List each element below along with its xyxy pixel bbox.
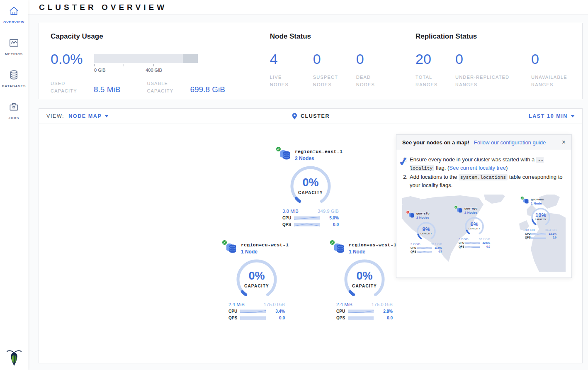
configuration-guide-link[interactable]: Follow our configuration guide bbox=[474, 139, 546, 146]
popup-instructions: ✓ 1. Ensure every node in your cluster w… bbox=[396, 150, 571, 191]
unavailable-ranges-stat: 0 UNAVAILABLE RANGES bbox=[531, 51, 571, 89]
live-nodes-value: 4 bbox=[270, 51, 313, 67]
app-window: OVERVIEW METRICS DATABASES bbox=[0, 0, 588, 370]
close-icon[interactable]: × bbox=[562, 139, 566, 146]
axis-tick-label: 0 GiB bbox=[94, 68, 106, 73]
capacity-percent: 0% bbox=[343, 270, 386, 282]
capacity-gauge: 10% CAPACITY bbox=[530, 207, 552, 228]
qps-label: QPS bbox=[459, 245, 465, 248]
time-range-dropdown[interactable]: LAST 10 MIN bbox=[529, 113, 575, 119]
breadcrumb-cluster[interactable]: CLUSTER bbox=[292, 112, 330, 120]
region-node-count: 1 Node bbox=[241, 249, 289, 255]
cpu-sparkline bbox=[294, 216, 320, 220]
region-card-eu-west-1[interactable]: ✓ region=eu-west-1 1 Node bbox=[221, 242, 292, 320]
live-nodes-label: LIVE NODES bbox=[270, 74, 299, 88]
region-card-us-east-1[interactable]: ✓ region=us-east-1 2 Nodes bbox=[275, 149, 346, 227]
used-capacity-value: 8.5 MiB bbox=[94, 85, 120, 95]
breadcrumb-label: CLUSTER bbox=[301, 113, 330, 119]
node-group-icon: ✓ bbox=[225, 242, 237, 255]
qps-sparkline bbox=[417, 251, 432, 253]
map-pin-icon bbox=[292, 112, 298, 120]
suspect-nodes-stat: 0 SUSPECT NODES bbox=[313, 51, 356, 89]
view-selector-value: NODE MAP bbox=[68, 113, 102, 119]
step-number: 2. bbox=[403, 173, 410, 189]
chevron-down-icon bbox=[571, 115, 575, 117]
capacity-percent: 10% bbox=[530, 212, 552, 218]
node-group-icon: ! bbox=[408, 212, 415, 219]
region-name: geo=nyc bbox=[464, 207, 478, 210]
capacity-bar-track bbox=[94, 54, 198, 63]
healthy-status-icon: ✓ bbox=[275, 146, 282, 152]
capacity-percent: 6% bbox=[464, 221, 485, 227]
suspect-nodes-value: 0 bbox=[313, 51, 356, 67]
total-ranges-stat: 20 TOTAL RANGES bbox=[415, 51, 455, 89]
title-bar: CLUSTER OVERVIEW bbox=[28, 0, 588, 15]
sidebar-item-databases[interactable]: DATABASES bbox=[2, 70, 26, 88]
region-used: 3.2 GiB bbox=[411, 243, 420, 246]
sidebar: OVERVIEW METRICS DATABASES bbox=[0, 0, 28, 370]
qps-label: QPS bbox=[411, 250, 417, 253]
setup-step-2: 2. Add locations to the system.locations… bbox=[403, 173, 565, 189]
qps-value: 0.0 bbox=[387, 316, 393, 320]
replication-status-section: Replication Status 20 TOTAL RANGES 0 UND… bbox=[415, 32, 571, 90]
healthy-status-icon: ✓ bbox=[329, 239, 335, 246]
capacity-percent: 0% bbox=[235, 270, 278, 282]
region-total: 34.4 GiB bbox=[545, 229, 556, 231]
capacity-caption: CAPACITY bbox=[289, 190, 332, 195]
cpu-value: 12.3% bbox=[549, 232, 556, 235]
view-selector-dropdown[interactable]: NODE MAP bbox=[68, 113, 109, 119]
sidebar-item-jobs[interactable]: JOBS bbox=[9, 102, 19, 120]
sidebar-item-metrics[interactable]: METRICS bbox=[5, 38, 23, 56]
region-used: 3.8 MiB bbox=[282, 209, 299, 214]
sidebar-item-overview[interactable]: OVERVIEW bbox=[3, 6, 24, 24]
usable-capacity-label: USABLE CAPACITY bbox=[147, 80, 181, 95]
home-icon bbox=[9, 6, 19, 18]
popup-header: See your nodes on a map! Follow our conf… bbox=[396, 135, 571, 150]
region-total: 35.1 GiB bbox=[431, 243, 442, 246]
qps-sparkline bbox=[240, 316, 266, 320]
usable-capacity-stat: USABLE CAPACITY 699.8 GiB bbox=[147, 80, 225, 95]
cpu-sparkline bbox=[240, 309, 266, 314]
cpu-label: CPU bbox=[525, 232, 531, 235]
region-node-count: 1 Node bbox=[531, 202, 544, 205]
step-number: 1. bbox=[403, 156, 410, 172]
databases-icon bbox=[9, 70, 19, 82]
page-title: CLUSTER OVERVIEW bbox=[39, 3, 167, 12]
region-total: 349.9 GiB bbox=[318, 209, 339, 214]
capacity-used-percent: 0.0% bbox=[51, 51, 94, 73]
region-used: 2.4 MiB bbox=[228, 302, 245, 307]
cpu-label: CPU bbox=[411, 246, 417, 249]
region-name: region=eu-west-1 bbox=[241, 242, 289, 248]
dead-nodes-label: DEAD NODES bbox=[356, 74, 385, 88]
region-node-count: 2 Nodes bbox=[416, 216, 430, 219]
sample-region-card-nyc: ✓ geo=nyc 2 Nodes bbox=[456, 207, 493, 248]
briefcase-icon bbox=[9, 102, 19, 114]
node-map-setup-popup: See your nodes on a map! Follow our conf… bbox=[396, 134, 572, 278]
capacity-caption: CAPACITY bbox=[530, 219, 552, 221]
region-node-count: 2 Nodes bbox=[295, 156, 343, 161]
replication-status-title: Replication Status bbox=[415, 32, 571, 41]
node-group-icon: ✓ bbox=[279, 149, 291, 161]
live-nodes-stat: 4 LIVE NODES bbox=[270, 51, 313, 89]
node-group-icon: ✓ bbox=[522, 198, 529, 205]
qps-sparkline bbox=[465, 246, 480, 248]
cpu-sparkline bbox=[465, 242, 480, 244]
region-name: geo=sfo bbox=[416, 212, 430, 215]
region-node-count: 2 Nodes bbox=[464, 211, 478, 214]
node-status-section: Node Status 4 LIVE NODES 0 SUSPECT NODES… bbox=[270, 32, 415, 90]
total-ranges-value: 20 bbox=[415, 51, 455, 67]
qps-label: QPS bbox=[282, 222, 294, 227]
metrics-icon bbox=[9, 38, 19, 50]
node-status-title: Node Status bbox=[270, 32, 415, 41]
cpu-label: CPU bbox=[459, 241, 465, 244]
region-total: 175.0 GiB bbox=[264, 302, 285, 307]
locality-tree-link[interactable]: See current locality tree bbox=[449, 165, 506, 171]
usable-capacity-value: 699.8 GiB bbox=[190, 85, 225, 95]
capacity-gauge: 0% CAPACITY bbox=[289, 165, 332, 208]
cpu-value: 3.4% bbox=[275, 309, 285, 314]
capacity-usage-title: Capacity Usage bbox=[51, 32, 270, 41]
popup-title: See your nodes on a map! bbox=[402, 139, 469, 146]
region-card-us-west-1[interactable]: ✓ region=us-west-1 1 Node bbox=[329, 242, 400, 320]
qps-value: 0.0 bbox=[553, 236, 556, 239]
time-range-value: LAST 10 MIN bbox=[529, 113, 568, 119]
